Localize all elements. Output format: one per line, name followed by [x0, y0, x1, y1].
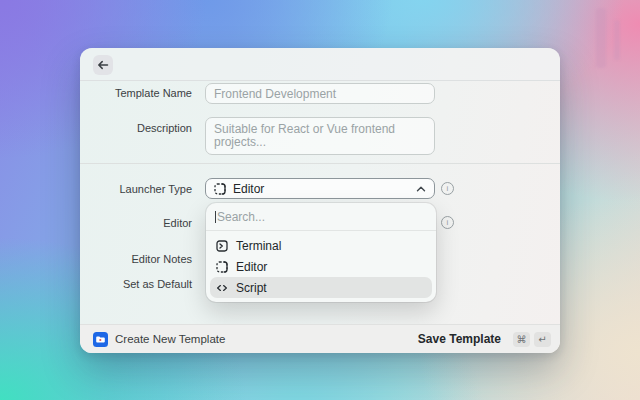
- option-label: Terminal: [236, 239, 281, 253]
- field-label-editor-notes: Editor Notes: [80, 251, 192, 267]
- footer-title: Create New Template: [115, 333, 418, 345]
- editor-icon: [216, 261, 228, 273]
- option-editor[interactable]: Editor: [210, 256, 432, 277]
- field-label-launcher-type: Launcher Type: [80, 181, 192, 197]
- field-label-template-name: Template Name: [80, 85, 192, 101]
- option-script[interactable]: Script: [210, 277, 432, 298]
- background-streak: [596, 8, 606, 68]
- chevron-up-icon: [416, 185, 426, 193]
- background-streak: [614, 20, 620, 60]
- app-icon: [93, 332, 108, 347]
- script-icon: [216, 282, 228, 294]
- back-button[interactable]: [93, 55, 113, 75]
- return-key-icon: ↵: [534, 332, 551, 347]
- field-label-set-as-default: Set as Default: [80, 276, 192, 292]
- option-label: Editor: [236, 260, 267, 274]
- launcher-type-select[interactable]: Editor: [205, 178, 435, 199]
- dropdown-options: Terminal Editor Script: [206, 231, 436, 298]
- template-name-input[interactable]: [205, 83, 435, 104]
- launcher-type-dropdown: Search... Terminal Editor: [206, 203, 436, 302]
- launcher-type-info-icon[interactable]: i: [441, 182, 454, 195]
- terminal-icon: [216, 240, 228, 252]
- cmd-key-icon: ⌘: [513, 332, 530, 347]
- create-template-window: Template Name Description Launcher Type …: [80, 48, 560, 353]
- window-footer: Create New Template Save Template ⌘ ↵: [80, 324, 560, 353]
- dropdown-search-input[interactable]: Search...: [206, 203, 436, 231]
- field-label-editor: Editor: [80, 215, 192, 231]
- save-template-button[interactable]: Save Template: [418, 332, 501, 346]
- description-textarea[interactable]: [205, 117, 435, 155]
- arrow-left-icon: [97, 59, 109, 71]
- field-label-description: Description: [80, 120, 192, 136]
- editor-icon: [214, 183, 226, 195]
- text-caret: [215, 211, 216, 223]
- search-placeholder: Search...: [217, 210, 265, 224]
- option-terminal[interactable]: Terminal: [210, 235, 432, 256]
- window-header: [80, 48, 560, 81]
- option-label: Script: [236, 281, 267, 295]
- launcher-type-value: Editor: [233, 182, 409, 196]
- desktop-background: Template Name Description Launcher Type …: [0, 0, 640, 400]
- section-divider: [80, 163, 560, 164]
- editor-info-icon[interactable]: i: [441, 216, 454, 229]
